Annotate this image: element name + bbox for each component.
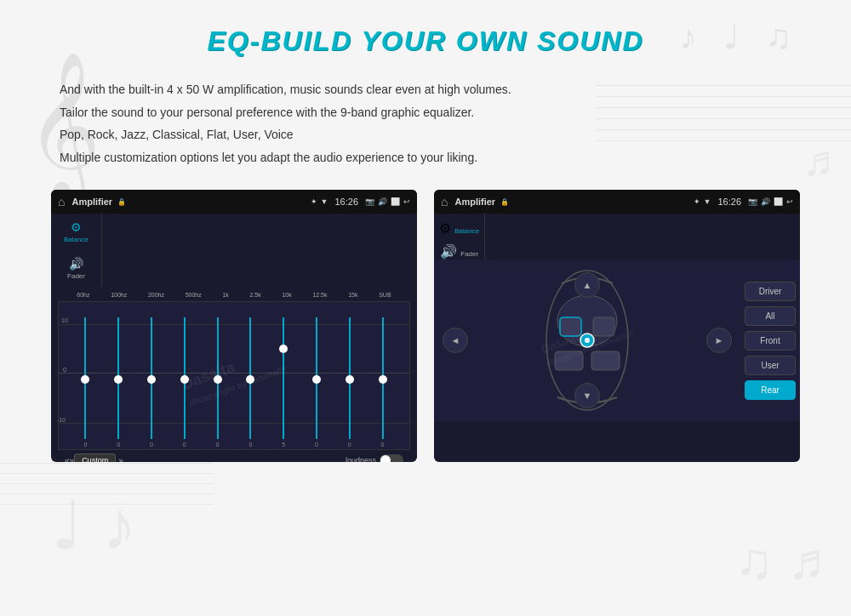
fader-back-icon[interactable]: ↩ [786,197,793,206]
fader-lock-icon: 🔒 [500,198,509,206]
eq-balance-btn[interactable]: ⚙ Balance [64,220,89,243]
eq-thumb-10[interactable] [379,375,387,384]
eq-thumb-4[interactable] [180,375,189,384]
eq-bar-7[interactable] [267,302,300,449]
svg-rect-2 [560,317,581,336]
eq-minimize-icon: ⬜ [391,197,400,206]
fader-sidebar: ⚙ Balance 🔊 Fader [434,214,485,260]
svg-point-7 [585,338,590,343]
fader-minimize-icon: ⬜ [774,197,783,206]
fader-sliders-icon: ⚙ [439,221,451,236]
freq-sub: SUB [379,292,391,298]
val-6: 0 [234,442,267,448]
loudness-label: loudness [346,456,376,462]
eq-bars [59,302,409,449]
music-notes-bottom-right: ♫ ♬ [734,532,825,590]
arrow-up-btn[interactable]: ▲ [574,272,600,298]
freq-200hz: 200hz [148,292,164,298]
eq-chart-area: 10 0 -10 [58,301,410,450]
fader-app-title: Amplifier [454,197,495,207]
eq-track-10 [382,317,384,439]
fader-bluetooth-icon: ✦ [694,197,700,206]
eq-bar-5[interactable] [201,302,234,449]
page-title: EQ-BUILD YOUR OWN SOUND [51,26,800,57]
val-8: 0 [300,442,334,448]
eq-bar-6[interactable] [234,302,267,449]
eq-thumb-6[interactable] [246,375,254,384]
fader-main: ▲ ▼ ◄ ► [434,260,800,421]
eq-bar-9[interactable] [333,302,366,449]
svg-rect-4 [555,351,583,370]
fader-signal-icon: ▼ [704,197,711,206]
eq-value-labels: 0 0 0 0 0 0 5 0 0 0 [59,442,409,448]
eq-volume-icon: 🔊 [378,197,387,206]
freq-15k: 15k [348,292,357,298]
freq-10k: 10k [282,292,291,298]
eq-preset-next[interactable]: » [118,456,123,463]
arrow-down-btn[interactable]: ▼ [574,383,600,408]
description-block: And with the built-in 4 x 50 W amplifica… [51,78,800,168]
sliders-icon: ⚙ [71,220,82,234]
all-btn[interactable]: All [745,306,796,326]
eq-screen: ⌂ Amplifier 🔒 ✦ ▼ 16:26 📷 🔊 ⬜ ↩ ⚙ B [51,190,417,462]
eq-bar-3[interactable] [135,302,168,449]
fader-time: 16:26 [717,197,741,207]
fader-speaker-icon: 🔊 [440,244,457,259]
eq-thumb-7[interactable] [279,345,288,353]
front-btn[interactable]: Front [745,331,796,351]
eq-status-bar: ⌂ Amplifier 🔒 ✦ ▼ 16:26 📷 🔊 ⬜ ↩ [51,190,417,214]
eq-back-icon[interactable]: ↩ [403,197,410,206]
eq-bar-2[interactable] [102,302,135,449]
eq-main: 60hz 100hz 200hz 500hz 1k 2.5k 10k 12.5k… [51,287,417,462]
eq-bar-8[interactable] [300,302,334,449]
eq-bar-4[interactable] [168,302,201,449]
eq-lock-icon: 🔒 [117,198,126,206]
eq-track-8 [316,317,317,439]
eq-thumb-8[interactable] [312,375,321,384]
fader-balance-btn[interactable]: ⚙ Balance [439,220,479,237]
fader-volume-icon: 🔊 [761,197,770,206]
eq-thumb-1[interactable] [81,375,89,384]
eq-track-2 [117,317,119,439]
eq-label-neg10: -10 [57,417,66,423]
eq-bar-1[interactable] [69,302,102,449]
eq-thumb-3[interactable] [147,375,156,384]
arrow-left-btn[interactable]: ◄ [443,328,468,353]
arrow-right-btn[interactable]: ► [706,328,732,353]
freq-1k: 1k [222,292,228,298]
fader-fader-label: Fader [460,250,478,258]
user-btn[interactable]: User [745,356,796,375]
val-4: 0 [168,442,201,448]
eq-time: 16:26 [334,197,358,207]
loudness-knob [380,455,391,462]
eq-thumb-9[interactable] [346,375,354,384]
fader-home-icon[interactable]: ⌂ [441,195,448,208]
eq-label-0: 0 [63,367,66,373]
eq-thumb-5[interactable] [214,375,222,384]
eq-bottom-bar: «» Custom » loudness [58,450,410,462]
eq-status-icons: ✦ ▼ 16:26 📷 🔊 ⬜ ↩ [311,197,410,207]
eq-camera-icon: 📷 [365,197,374,206]
svg-rect-3 [593,317,614,336]
fader-btn-panel: Driver All Front User Rear [740,260,800,421]
driver-btn[interactable]: Driver [745,282,796,301]
eq-thumb-2[interactable] [114,375,123,384]
rear-btn[interactable]: Rear [745,380,796,400]
eq-preset-prev[interactable]: «» [65,456,74,463]
loudness-switch[interactable] [380,454,403,462]
fader-balance-label: Balance [454,227,479,235]
eq-label-10: 10 [61,317,68,323]
eq-home-icon[interactable]: ⌂ [58,195,65,208]
eq-track-7 [283,317,284,439]
eq-bar-10[interactable] [366,302,399,449]
eq-track-4 [184,317,186,439]
eq-preset-custom[interactable]: Custom [74,453,116,462]
desc-line1: And with the built-in 4 x 50 W amplifica… [60,78,800,101]
eq-track-3 [151,317,152,439]
desc-line4: Multiple customization options let you a… [60,146,800,169]
eq-signal-icon: ▼ [321,197,328,206]
eq-fader-btn[interactable]: 🔊 Fader [67,257,85,280]
fader-camera-icon: 📷 [748,197,757,206]
fader-fader-btn[interactable]: 🔊 Fader [440,243,478,260]
eq-freq-labels: 60hz 100hz 200hz 500hz 1k 2.5k 10k 12.5k… [58,292,410,298]
